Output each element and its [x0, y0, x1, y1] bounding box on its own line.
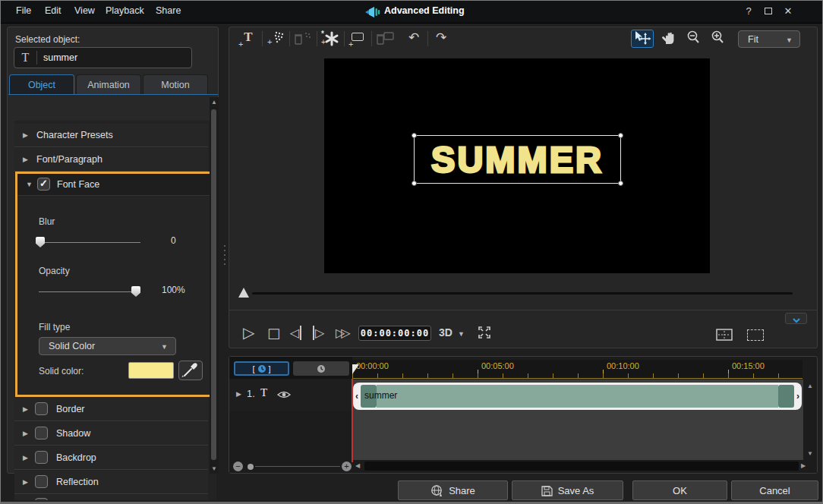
- timeline-zoom-slider-thumb[interactable]: [248, 464, 254, 470]
- timeline-horizontal-scrollbar[interactable]: [364, 461, 799, 471]
- menu-view[interactable]: View: [74, 5, 95, 16]
- timeline-mode-clock-button[interactable]: [293, 361, 349, 376]
- help-button[interactable]: ?: [740, 4, 757, 19]
- eyedropper-button[interactable]: [178, 361, 203, 380]
- trash-rectangle-icon: [375, 30, 395, 46]
- tab-motion[interactable]: Motion: [143, 74, 208, 95]
- resize-handle-se[interactable]: [618, 181, 623, 186]
- seek-track[interactable]: [252, 292, 793, 295]
- timeline-vertical-scrollbar[interactable]: ▲ ▼: [805, 380, 815, 460]
- timeline-ruler[interactable]: 00:00:00 00:05:00 00:10:00 00:15:00: [352, 360, 803, 379]
- title-text[interactable]: SUMMER: [415, 135, 620, 183]
- section-partial[interactable]: [14, 495, 208, 500]
- section-label: Font/Paragraph: [36, 154, 102, 165]
- section-border[interactable]: ▶ Border: [14, 398, 208, 421]
- scroll-left-icon[interactable]: ◀: [355, 462, 360, 469]
- clip-label: summer: [364, 390, 397, 401]
- text-selection-box[interactable]: SUMMER: [414, 135, 621, 184]
- mode-3d-dropdown[interactable]: 3D: [439, 326, 452, 339]
- section-reflection[interactable]: ▶ Reflection: [14, 471, 208, 494]
- redo-button[interactable]: ↷: [430, 30, 452, 49]
- scroll-right-icon[interactable]: ▶: [801, 462, 806, 469]
- fast-forward-button[interactable]: ▷▷: [336, 326, 347, 340]
- panel-splitter-grip[interactable]: [224, 242, 226, 268]
- preview-canvas[interactable]: SUMMER: [324, 58, 710, 273]
- opacity-slider-thumb[interactable]: [131, 286, 140, 297]
- tab-object[interactable]: Object: [9, 74, 74, 95]
- solid-color-swatch[interactable]: [128, 362, 174, 379]
- insert-image-button[interactable]: +: [346, 30, 369, 49]
- zoom-fit-dropdown[interactable]: Fit ▼: [738, 30, 800, 48]
- font-face-checkbox[interactable]: [37, 178, 50, 191]
- resize-handle-sw[interactable]: [412, 181, 417, 186]
- section-character-presets[interactable]: ▶ Character Presets: [14, 124, 208, 147]
- share-button[interactable]: Share: [398, 480, 508, 500]
- playhead-line[interactable]: [352, 379, 353, 462]
- partial-checkbox[interactable]: [35, 498, 48, 500]
- scroll-up-icon[interactable]: ▲: [805, 383, 815, 389]
- fullscreen-button[interactable]: [477, 325, 492, 343]
- reflection-checkbox[interactable]: [35, 475, 48, 488]
- play-button[interactable]: ▷: [243, 323, 254, 342]
- save-as-button[interactable]: Save As: [512, 480, 623, 500]
- pan-tool[interactable]: [657, 30, 680, 48]
- menu-share[interactable]: Share: [156, 5, 181, 16]
- scroll-up-icon[interactable]: ▲: [210, 99, 219, 106]
- insert-effect-button[interactable]: * +: [319, 30, 342, 49]
- seek-playhead[interactable]: [238, 288, 249, 298]
- insert-text-button[interactable]: T +: [237, 30, 260, 49]
- object-name-input[interactable]: [37, 52, 191, 63]
- section-font-face-header[interactable]: ▼ Font Face: [17, 174, 212, 196]
- eyedropper-icon: [179, 361, 202, 380]
- zoom-in-timeline-button[interactable]: +: [342, 461, 352, 471]
- blur-slider-track[interactable]: [39, 242, 140, 243]
- fill-type-dropdown[interactable]: Solid Color ▼: [39, 337, 176, 355]
- menu-playback[interactable]: Playback: [106, 5, 144, 16]
- tv-safe-zone-button[interactable]: [747, 329, 764, 341]
- resize-handle-ne[interactable]: [618, 133, 623, 138]
- stop-button[interactable]: □: [267, 325, 280, 341]
- blur-slider-thumb[interactable]: [36, 237, 45, 247]
- show-grid-button[interactable]: [716, 329, 733, 344]
- shadow-checkbox[interactable]: [35, 427, 48, 439]
- trim-left-icon[interactable]: ‹: [353, 391, 361, 402]
- border-checkbox[interactable]: [35, 402, 48, 415]
- trim-right-icon[interactable]: ›: [794, 391, 802, 402]
- timeline-mode-duration-button[interactable]: [ ]: [234, 361, 289, 376]
- insert-particle-button[interactable]: +: [264, 30, 287, 49]
- resize-handle-nw[interactable]: [412, 133, 417, 138]
- object-properties-panel: Selected object: T Object Animation Moti…: [7, 27, 219, 474]
- opacity-slider-track[interactable]: [39, 291, 140, 292]
- scroll-down-icon[interactable]: ▼: [210, 465, 219, 472]
- select-move-tool[interactable]: [631, 30, 654, 48]
- eye-visibility-icon[interactable]: [276, 389, 292, 400]
- timeline-clip[interactable]: ‹ › summer: [353, 383, 802, 410]
- backdrop-checkbox[interactable]: [35, 451, 48, 464]
- cancel-button[interactable]: Cancel: [731, 480, 818, 500]
- menu-edit[interactable]: Edit: [45, 5, 61, 16]
- scroll-down-icon[interactable]: ▼: [805, 450, 815, 457]
- timeline-zoom-slider-track[interactable]: [255, 466, 340, 467]
- section-backdrop[interactable]: ▶ Backdrop: [14, 446, 208, 470]
- section-label: Reflection: [56, 477, 99, 487]
- close-button[interactable]: ✕: [780, 4, 796, 19]
- zoom-out-timeline-button[interactable]: −: [233, 461, 243, 471]
- left-panel-scrollbar[interactable]: ▲ ▼: [210, 97, 219, 474]
- ok-button[interactable]: OK: [632, 480, 727, 500]
- scrollbar-thumb[interactable]: [211, 109, 216, 460]
- menu-file[interactable]: File: [16, 5, 31, 16]
- zoom-out-tool[interactable]: [682, 30, 705, 48]
- tab-animation[interactable]: Animation: [76, 74, 141, 95]
- clip-body[interactable]: [377, 385, 778, 408]
- timecode-display[interactable]: 00:00:00:00: [358, 326, 431, 341]
- next-frame-button[interactable]: ▷: [313, 326, 324, 340]
- track-expand-icon[interactable]: ▶: [236, 390, 241, 398]
- collapse-panel-button[interactable]: [785, 313, 807, 324]
- section-shadow[interactable]: ▶ Shadow: [14, 422, 208, 446]
- section-font-paragraph[interactable]: ▶ Font/Paragraph: [14, 148, 208, 172]
- zoom-in-tool[interactable]: [706, 30, 729, 48]
- clip-right-handle[interactable]: [778, 385, 794, 408]
- maximize-button[interactable]: [760, 4, 777, 19]
- undo-button[interactable]: ↶: [402, 30, 425, 49]
- previous-frame-button[interactable]: ◁: [290, 326, 301, 340]
